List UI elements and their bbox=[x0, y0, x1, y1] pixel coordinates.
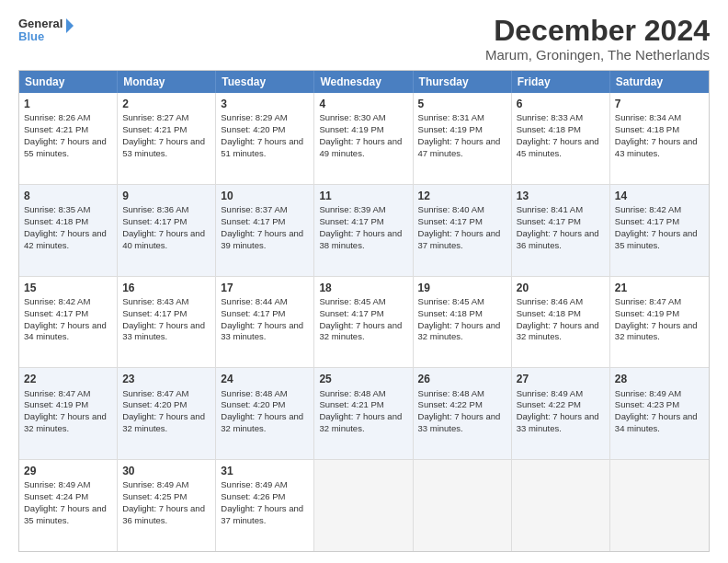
day-cell-8: 8Sunrise: 8:35 AMSunset: 4:18 PMDaylight… bbox=[19, 185, 118, 276]
day-cell-13: 13Sunrise: 8:41 AMSunset: 4:17 PMDayligh… bbox=[512, 185, 610, 276]
header-day-saturday: Saturday bbox=[610, 71, 709, 93]
daylight: Daylight: 7 hours and 43 minutes. bbox=[615, 136, 698, 158]
sunset: Sunset: 4:22 PM bbox=[517, 399, 581, 409]
sunset: Sunset: 4:19 PM bbox=[615, 308, 679, 318]
day-number: 15 bbox=[24, 281, 112, 295]
sunset: Sunset: 4:22 PM bbox=[418, 399, 483, 409]
daylight: Daylight: 7 hours and 32 minutes. bbox=[221, 411, 303, 433]
day-number: 2 bbox=[122, 97, 210, 111]
sunset: Sunset: 4:25 PM bbox=[122, 491, 187, 501]
sunrise: Sunrise: 8:48 AM bbox=[418, 388, 484, 398]
day-cell-26: 26Sunrise: 8:48 AMSunset: 4:22 PMDayligh… bbox=[414, 368, 512, 459]
day-cell-21: 21Sunrise: 8:47 AMSunset: 4:19 PMDayligh… bbox=[610, 277, 709, 368]
daylight: Daylight: 7 hours and 33 minutes. bbox=[418, 411, 501, 433]
calendar-week-4: 22Sunrise: 8:47 AMSunset: 4:19 PMDayligh… bbox=[19, 368, 709, 460]
sunrise: Sunrise: 8:41 AM bbox=[517, 204, 583, 214]
empty-cell bbox=[512, 460, 610, 551]
day-number: 24 bbox=[221, 372, 309, 386]
day-number: 19 bbox=[418, 281, 506, 295]
header-day-monday: Monday bbox=[118, 71, 216, 93]
daylight: Daylight: 7 hours and 42 minutes. bbox=[24, 228, 107, 250]
day-cell-6: 6Sunrise: 8:33 AMSunset: 4:18 PMDaylight… bbox=[512, 93, 610, 184]
sunset: Sunset: 4:17 PM bbox=[122, 308, 187, 318]
day-cell-15: 15Sunrise: 8:42 AMSunset: 4:17 PMDayligh… bbox=[19, 277, 118, 368]
day-cell-10: 10Sunrise: 8:37 AMSunset: 4:17 PMDayligh… bbox=[216, 185, 314, 276]
calendar-subtitle: Marum, Groningen, The Netherlands bbox=[485, 47, 710, 63]
daylight: Daylight: 7 hours and 35 minutes. bbox=[24, 503, 107, 525]
day-number: 25 bbox=[319, 372, 407, 386]
sunrise: Sunrise: 8:43 AM bbox=[122, 296, 188, 306]
day-cell-14: 14Sunrise: 8:42 AMSunset: 4:17 PMDayligh… bbox=[610, 185, 709, 276]
sunrise: Sunrise: 8:27 AM bbox=[122, 112, 188, 122]
day-cell-1: 1Sunrise: 8:26 AMSunset: 4:21 PMDaylight… bbox=[19, 93, 118, 184]
day-cell-3: 3Sunrise: 8:29 AMSunset: 4:20 PMDaylight… bbox=[216, 93, 314, 184]
sunrise: Sunrise: 8:34 AM bbox=[615, 112, 681, 122]
sunrise: Sunrise: 8:30 AM bbox=[319, 112, 385, 122]
daylight: Daylight: 7 hours and 32 minutes. bbox=[319, 320, 402, 342]
day-number: 12 bbox=[418, 189, 506, 203]
daylight: Daylight: 7 hours and 37 minutes. bbox=[418, 228, 501, 250]
sunset: Sunset: 4:18 PM bbox=[24, 216, 88, 226]
calendar-header: SundayMondayTuesdayWednesdayThursdayFrid… bbox=[19, 71, 709, 93]
daylight: Daylight: 7 hours and 32 minutes. bbox=[615, 320, 698, 342]
sunset: Sunset: 4:17 PM bbox=[615, 216, 679, 226]
calendar-week-1: 1Sunrise: 8:26 AMSunset: 4:21 PMDaylight… bbox=[19, 93, 709, 185]
daylight: Daylight: 7 hours and 40 minutes. bbox=[122, 228, 205, 250]
daylight: Daylight: 7 hours and 32 minutes. bbox=[319, 411, 402, 433]
sunrise: Sunrise: 8:48 AM bbox=[319, 388, 385, 398]
sunrise: Sunrise: 8:47 AM bbox=[615, 296, 681, 306]
daylight: Daylight: 7 hours and 32 minutes. bbox=[517, 320, 599, 342]
daylight: Daylight: 7 hours and 32 minutes. bbox=[122, 411, 205, 433]
title-block: December 2024 Marum, Groningen, The Neth… bbox=[485, 15, 710, 63]
sunset: Sunset: 4:20 PM bbox=[221, 399, 285, 409]
sunset: Sunset: 4:20 PM bbox=[122, 399, 187, 409]
daylight: Daylight: 7 hours and 38 minutes. bbox=[319, 228, 402, 250]
sunrise: Sunrise: 8:35 AM bbox=[24, 204, 90, 214]
day-cell-16: 16Sunrise: 8:43 AMSunset: 4:17 PMDayligh… bbox=[118, 277, 216, 368]
svg-text:Blue: Blue bbox=[18, 29, 44, 43]
day-cell-20: 20Sunrise: 8:46 AMSunset: 4:18 PMDayligh… bbox=[512, 277, 610, 368]
day-cell-12: 12Sunrise: 8:40 AMSunset: 4:17 PMDayligh… bbox=[414, 185, 512, 276]
day-cell-23: 23Sunrise: 8:47 AMSunset: 4:20 PMDayligh… bbox=[118, 368, 216, 459]
header-day-sunday: Sunday bbox=[19, 71, 118, 93]
daylight: Daylight: 7 hours and 51 minutes. bbox=[221, 136, 303, 158]
sunset: Sunset: 4:17 PM bbox=[319, 308, 383, 318]
sunset: Sunset: 4:26 PM bbox=[221, 491, 285, 501]
day-number: 23 bbox=[122, 372, 210, 386]
sunrise: Sunrise: 8:33 AM bbox=[517, 112, 583, 122]
sunset: Sunset: 4:18 PM bbox=[615, 124, 679, 134]
logo-svg: General Blue bbox=[18, 15, 74, 48]
daylight: Daylight: 7 hours and 35 minutes. bbox=[615, 228, 698, 250]
page: General Blue December 2024 Marum, Gronin… bbox=[0, 0, 728, 563]
sunrise: Sunrise: 8:37 AM bbox=[221, 204, 287, 214]
day-cell-5: 5Sunrise: 8:31 AMSunset: 4:19 PMDaylight… bbox=[414, 93, 512, 184]
sunrise: Sunrise: 8:49 AM bbox=[24, 479, 90, 489]
calendar-body: 1Sunrise: 8:26 AMSunset: 4:21 PMDaylight… bbox=[19, 93, 709, 551]
sunrise: Sunrise: 8:26 AM bbox=[24, 112, 90, 122]
day-number: 26 bbox=[418, 372, 506, 386]
daylight: Daylight: 7 hours and 34 minutes. bbox=[24, 320, 107, 342]
header-day-tuesday: Tuesday bbox=[216, 71, 314, 93]
sunrise: Sunrise: 8:48 AM bbox=[221, 388, 287, 398]
day-number: 13 bbox=[517, 189, 605, 203]
day-cell-9: 9Sunrise: 8:36 AMSunset: 4:17 PMDaylight… bbox=[118, 185, 216, 276]
day-number: 8 bbox=[24, 189, 112, 203]
sunrise: Sunrise: 8:36 AM bbox=[122, 204, 188, 214]
sunset: Sunset: 4:17 PM bbox=[517, 216, 581, 226]
day-number: 11 bbox=[319, 189, 407, 203]
sunset: Sunset: 4:21 PM bbox=[24, 124, 88, 134]
daylight: Daylight: 7 hours and 39 minutes. bbox=[221, 228, 303, 250]
calendar: SundayMondayTuesdayWednesdayThursdayFrid… bbox=[18, 70, 710, 552]
day-number: 4 bbox=[319, 97, 407, 111]
day-number: 6 bbox=[517, 97, 605, 111]
sunset: Sunset: 4:24 PM bbox=[24, 491, 88, 501]
daylight: Daylight: 7 hours and 32 minutes. bbox=[24, 411, 107, 433]
daylight: Daylight: 7 hours and 33 minutes. bbox=[122, 320, 205, 342]
sunset: Sunset: 4:18 PM bbox=[517, 308, 581, 318]
svg-marker-2 bbox=[66, 18, 74, 33]
day-number: 18 bbox=[319, 281, 407, 295]
day-cell-17: 17Sunrise: 8:44 AMSunset: 4:17 PMDayligh… bbox=[216, 277, 314, 368]
sunset: Sunset: 4:18 PM bbox=[517, 124, 581, 134]
daylight: Daylight: 7 hours and 37 minutes. bbox=[221, 503, 303, 525]
day-cell-22: 22Sunrise: 8:47 AMSunset: 4:19 PMDayligh… bbox=[19, 368, 118, 459]
